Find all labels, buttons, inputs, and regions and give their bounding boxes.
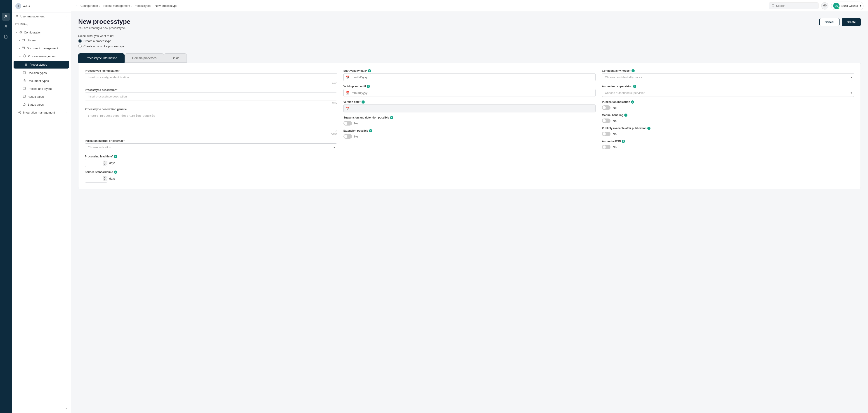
manual-handling-toggle[interactable] (602, 119, 611, 123)
document-types-icon (23, 79, 26, 83)
confidentiality-notice-select[interactable]: Choose confidentiality notice (602, 73, 854, 81)
svg-point-18 (19, 112, 20, 113)
sidebar-item-user-management[interactable]: User management › (12, 12, 71, 20)
manual-handling-info-icon[interactable]: i (624, 114, 627, 117)
confidentiality-notice-info-icon[interactable]: i (631, 69, 635, 72)
document-management-icon (22, 47, 25, 50)
form-col-3: Confidentiality notice* i Choose confide… (602, 69, 854, 182)
sidebar-item-integration-management[interactable]: › Integration management › (12, 109, 71, 116)
radio-copy-processtype[interactable]: Create a copy of a processtype (78, 45, 861, 48)
suspension-detention-toggle[interactable] (343, 121, 352, 125)
sidebar-item-document-types[interactable]: Document types (12, 77, 71, 85)
publicly-available-info-icon[interactable]: i (647, 127, 650, 130)
svg-line-21 (19, 112, 20, 112)
manual-handling-slider (602, 119, 611, 123)
version-date-info-icon[interactable]: i (362, 100, 365, 104)
service-standard-time-down[interactable]: ▼ (103, 179, 106, 181)
cancel-button[interactable]: Cancel (819, 18, 839, 26)
user-management-label: User management (20, 15, 44, 18)
processtype-id-input[interactable] (85, 73, 337, 81)
processing-lead-time-down[interactable]: ▼ (103, 163, 106, 165)
topbar: ← Configuration / Process management / P… (71, 0, 868, 12)
publicly-available-value: No (613, 132, 617, 136)
nav-users-icon[interactable] (2, 13, 10, 21)
svg-point-22 (772, 4, 774, 6)
sidebar-collapse-button[interactable]: « (12, 404, 71, 413)
breadcrumb-new-processtype: New processtype (155, 4, 178, 7)
radio-create-input[interactable] (78, 39, 82, 43)
sidebar-admin-header: A Admin (12, 0, 71, 12)
processing-lead-time-info-icon[interactable]: i (114, 155, 117, 158)
sidebar-item-processtypes[interactable]: Processtypes (13, 61, 69, 68)
start-validity-date-info-icon[interactable]: i (368, 69, 371, 72)
authorize-bsn-slider (602, 145, 611, 149)
sidebar-item-library[interactable]: › Library (12, 36, 71, 44)
search-input[interactable] (776, 4, 815, 7)
processtype-desc-generic-input[interactable] (85, 112, 337, 132)
confidentiality-notice-select-wrapper: Choose confidentiality notice ▾ (602, 73, 854, 81)
service-standard-time-spinbox: 00 ▲ ▼ (85, 175, 107, 182)
svg-rect-5 (22, 39, 25, 41)
sidebar-item-billing[interactable]: Billing › (12, 20, 71, 28)
publicly-available-slider (602, 131, 611, 136)
form-col-2: Start validity date* i 📅 Valid up (343, 69, 596, 182)
service-standard-time-up[interactable]: ▲ (103, 176, 106, 178)
settings-button[interactable] (821, 2, 829, 9)
sidebar-item-profiles-layout[interactable]: Profiles and layout (12, 85, 71, 93)
search-box[interactable] (769, 2, 818, 9)
publication-indication-slider (602, 106, 611, 110)
breadcrumb-process-mgmt: Process management (101, 4, 130, 7)
authorised-supervision-info-icon[interactable]: i (633, 85, 636, 88)
svg-point-19 (20, 113, 21, 114)
nav-person-icon[interactable] (2, 23, 10, 31)
suspension-detention-info-icon[interactable]: i (390, 116, 393, 119)
library-label: Library (27, 39, 36, 42)
processing-lead-time-up[interactable]: ▲ (103, 160, 106, 163)
valid-up-until-info-icon[interactable]: i (367, 85, 370, 88)
authorize-bsn-info-icon[interactable]: i (622, 140, 625, 143)
extension-possible-toggle[interactable] (343, 134, 352, 139)
confidentiality-notice-label: Confidentiality notice* i (602, 69, 854, 72)
sidebar-item-status-types[interactable]: Status types (12, 101, 71, 109)
user-menu-button[interactable]: SU Sunil Gowda ▾ (831, 2, 864, 10)
svg-rect-11 (26, 64, 27, 65)
user-initials: SU (835, 4, 838, 7)
sidebar-item-document-management[interactable]: › Document management (12, 44, 71, 52)
nav-document-icon[interactable] (2, 33, 10, 41)
user-menu-chevron: ▾ (860, 4, 862, 7)
tab-fields[interactable]: Fields (164, 53, 187, 63)
form-grid: Processtype identification* 0/80 Process… (85, 69, 854, 182)
indication-group: Indication internal or external * Choose… (85, 139, 337, 151)
sidebar-item-decision-types[interactable]: Decision types (12, 69, 71, 77)
publicly-available-toggle[interactable] (602, 131, 611, 136)
authorize-bsn-toggle[interactable] (602, 145, 611, 149)
library-icon (22, 38, 25, 42)
create-button[interactable]: Create (842, 18, 861, 26)
indication-select[interactable]: Choose indication Internal External (85, 143, 337, 151)
start-validity-date-input[interactable] (343, 73, 596, 81)
integration-management-chevron: › (66, 111, 67, 114)
radio-copy-input[interactable] (78, 45, 82, 48)
publicly-available-group: Publicly available after publication i N… (602, 127, 854, 136)
tab-gemma-properties[interactable]: Gemma properties (125, 53, 164, 63)
version-date-input[interactable]: 10/11/2023 (343, 105, 596, 112)
billing-icon (16, 22, 19, 26)
billing-chevron: › (66, 23, 67, 26)
tab-processtype-information[interactable]: Processtype information (78, 53, 125, 63)
processtype-desc-generic-label: Processtype description generic (85, 108, 337, 111)
publication-indication-toggle[interactable] (602, 106, 611, 110)
publication-indication-info-icon[interactable]: i (631, 100, 634, 104)
page-actions: Cancel Create (819, 18, 861, 26)
extension-possible-info-icon[interactable]: i (369, 129, 372, 132)
service-standard-time-info-icon[interactable]: i (114, 171, 117, 174)
radio-create-processtype[interactable]: Create a processtype (78, 39, 861, 43)
authorised-supervision-select[interactable]: Choose authorised supervision (602, 89, 854, 97)
valid-up-until-input[interactable] (343, 89, 596, 97)
processtype-desc-input[interactable] (85, 92, 337, 100)
sidebar-item-result-types[interactable]: Result types (12, 93, 71, 101)
back-button[interactable]: ← (75, 4, 79, 8)
sidebar-item-process-management[interactable]: ∨ Process management (12, 52, 71, 60)
nav-home-icon[interactable]: ⊞ (2, 3, 10, 11)
online-indicator (838, 7, 839, 9)
sidebar-item-configuration[interactable]: ∨ ⚙ Configuration (12, 28, 71, 36)
